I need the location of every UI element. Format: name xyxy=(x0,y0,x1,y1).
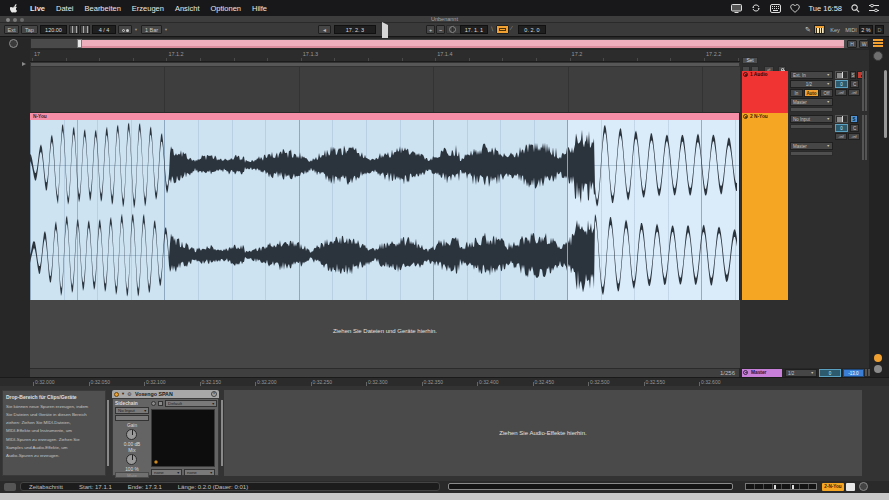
disk-overload-indicator[interactable]: D xyxy=(875,25,884,34)
punch-in-button[interactable]: ∖ xyxy=(490,25,494,32)
track-unfold-button[interactable] xyxy=(743,114,748,119)
menu-item-erzeugen[interactable]: Erzeugen xyxy=(132,4,164,13)
tap-tempo-button[interactable]: Tap xyxy=(21,25,38,34)
follow-scroll-orange-icon[interactable] xyxy=(874,354,882,362)
master-lane[interactable]: 1/256 xyxy=(30,368,739,377)
device-scroll-handle-left[interactable] xyxy=(107,400,109,466)
device-power-button[interactable] xyxy=(114,392,119,397)
insert-marker[interactable] xyxy=(77,39,82,48)
apple-icon[interactable] xyxy=(10,3,19,14)
display-mirroring-icon[interactable] xyxy=(731,4,742,13)
slot-b-select[interactable]: none▼ xyxy=(184,469,215,476)
loop-length-field[interactable]: 0. 2. 0 xyxy=(518,25,546,34)
overdub-button[interactable]: + xyxy=(426,25,435,34)
master-volume-field[interactable]: -13.0 xyxy=(843,369,864,377)
track2-input-select[interactable]: No Input▼ xyxy=(790,115,833,123)
track1-send-a[interactable]: -inf xyxy=(835,89,847,96)
scrub-area[interactable]: H W xyxy=(30,38,868,49)
menu-item-datei[interactable]: Datei xyxy=(56,4,74,13)
track1-pan-field[interactable]: 0 xyxy=(835,80,848,88)
track2-pan-center[interactable]: C xyxy=(850,124,859,132)
track2-output-select[interactable]: Master▼ xyxy=(790,142,833,150)
beat-time-ruler[interactable]: 1717.1.217.1.317.1.417.217.2.2 xyxy=(30,50,740,62)
plugin-window-button[interactable] xyxy=(158,401,163,406)
computer-midi-keyboard-button[interactable] xyxy=(814,25,825,34)
clip-title-bar[interactable]: N-You xyxy=(30,113,739,120)
draw-mode-icon[interactable]: ✎ xyxy=(805,25,811,34)
follow-scroll-gray-icon[interactable] xyxy=(874,365,882,373)
track2-header[interactable]: 2 N-You xyxy=(742,113,788,300)
track1-output-select[interactable]: Master▼ xyxy=(790,98,833,106)
zoom-knob-icon[interactable] xyxy=(873,51,883,61)
play-button[interactable] xyxy=(382,25,393,34)
sync-arrows-icon[interactable] xyxy=(751,3,761,13)
track-unfold-button[interactable] xyxy=(743,370,748,375)
preset-select[interactable]: Default▼ xyxy=(165,400,217,407)
vertical-scrollbar[interactable] xyxy=(884,70,887,138)
mix-knob[interactable] xyxy=(126,454,137,465)
sidechain-input-select[interactable]: No Input▼ xyxy=(115,407,149,414)
menu-item-ansicht[interactable]: Ansicht xyxy=(175,4,200,13)
device-hotswap-icon[interactable]: ⚙ xyxy=(127,390,131,398)
mute-button[interactable]: Mute xyxy=(115,472,149,478)
device-close-button[interactable]: × xyxy=(211,391,217,397)
shape-icon[interactable] xyxy=(790,4,800,13)
track1-send-b[interactable]: -inf xyxy=(848,89,860,96)
track1-pan-center[interactable]: C xyxy=(850,80,859,88)
midi-map-button[interactable]: MIDI xyxy=(843,25,859,34)
track-volume-slider[interactable] xyxy=(835,71,848,79)
arrangement-drop-area[interactable]: Ziehen Sie Dateien und Geräte hierhin. xyxy=(30,300,740,368)
control-center-icon[interactable] xyxy=(869,4,879,12)
status-circle-button[interactable] xyxy=(859,482,868,491)
tempo-field[interactable]: 120.00 xyxy=(40,25,67,34)
slot-a-select[interactable]: none▼ xyxy=(151,469,182,476)
seconds-time-ruler[interactable]: 0:32.0000:32.0500:32.1000:32.1500:32.200… xyxy=(0,377,889,386)
record-button[interactable] xyxy=(408,25,419,34)
loop-marker-circle[interactable] xyxy=(449,26,456,33)
menubar-clock[interactable]: Tue 16:58 xyxy=(809,4,843,13)
device-title-bar[interactable]: ▼ ⚙ Voxengo SPAN × xyxy=(112,390,219,398)
track1-channel-select[interactable]: 1/2▼ xyxy=(790,80,833,88)
punch-out-button[interactable]: ∕ xyxy=(511,25,512,31)
quantize-menu-arrow[interactable]: ▼ xyxy=(163,25,169,34)
device-scroll-handle-right[interactable] xyxy=(221,400,223,466)
monitor-auto-button[interactable]: Auto xyxy=(804,89,819,97)
track2-pan-field[interactable]: 0 xyxy=(835,124,848,132)
track1-solo-button[interactable]: S xyxy=(850,71,856,79)
menu-item-live[interactable]: Live xyxy=(30,4,45,13)
crossfader-slider[interactable] xyxy=(745,483,817,490)
automation-arm-button[interactable]: ~ xyxy=(436,25,445,34)
track1-lane[interactable] xyxy=(30,67,740,113)
loop-button[interactable] xyxy=(496,25,509,34)
track-volume-slider[interactable] xyxy=(835,115,848,123)
key-map-button[interactable]: Key xyxy=(828,25,842,34)
status-square-button[interactable] xyxy=(846,483,855,491)
monitor-off-button[interactable]: Off xyxy=(820,89,833,97)
spotlight-search-icon[interactable] xyxy=(851,4,860,13)
menu-item-optionen[interactable]: Optionen xyxy=(211,4,241,13)
plugin-display[interactable] xyxy=(151,409,215,467)
menu-item-hilfe[interactable]: Hilfe xyxy=(252,4,267,13)
time-signature-field[interactable]: 4 / 4 xyxy=(92,25,116,34)
master-pan-field[interactable]: 0 xyxy=(819,369,841,377)
gain-knob[interactable] xyxy=(126,429,137,440)
clip-waveform-area[interactable] xyxy=(30,120,739,300)
overview-toggle-icon[interactable] xyxy=(873,39,883,47)
sidechain-sub-select[interactable] xyxy=(115,415,149,421)
nudge-down-button[interactable] xyxy=(69,25,79,34)
arrangement-position-field[interactable]: 17. 2. 3 xyxy=(334,25,376,34)
loop-start-field[interactable]: 17. 1. 1 xyxy=(460,25,488,34)
follow-button[interactable]: ◄ xyxy=(318,25,331,34)
device-voxengo-span[interactable]: ▼ ⚙ Voxengo SPAN × Sidechain No Input▼ G… xyxy=(112,390,219,476)
selected-track-badge[interactable]: 2-N-You xyxy=(822,483,844,491)
track1-header[interactable]: 1 Audio xyxy=(742,71,788,113)
monitor-in-button[interactable]: In xyxy=(790,89,803,97)
optimize-height-button[interactable]: H xyxy=(847,40,857,48)
loop-bar[interactable] xyxy=(80,40,844,48)
metronome-button[interactable] xyxy=(118,25,132,34)
set-locator-button[interactable]: Set xyxy=(742,57,758,64)
optimize-width-button[interactable]: W xyxy=(859,40,869,48)
track-unfold-button[interactable] xyxy=(743,72,748,77)
master-output-select[interactable]: 1/2▼ xyxy=(785,369,817,377)
plugin-edit-button[interactable] xyxy=(151,401,156,406)
